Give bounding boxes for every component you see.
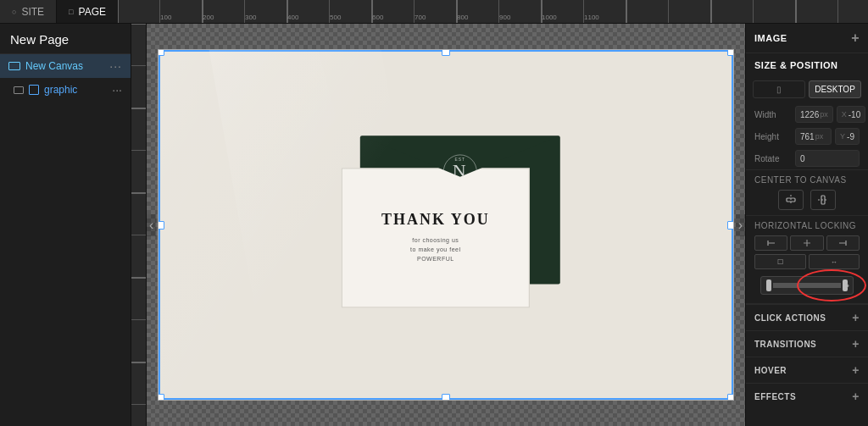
- thank-you-card: THANK YOU for choosing us to make you fe…: [342, 168, 530, 307]
- stretch-end-marker: ›: [846, 279, 853, 291]
- lock-right-button[interactable]: [826, 235, 860, 251]
- ruler-tick: 800: [457, 14, 468, 21]
- hover-section[interactable]: HOVER +: [746, 357, 868, 383]
- height-y-pair: 761 px Y -9: [795, 128, 860, 145]
- image-label: IMAGE: [754, 33, 787, 43]
- hover-expand-icon[interactable]: +: [852, 363, 860, 377]
- center-vertical-button[interactable]: [810, 190, 836, 210]
- click-actions-expand-icon[interactable]: +: [852, 311, 860, 324]
- lock-right-icon: [838, 239, 847, 247]
- center-horizontal-button[interactable]: [778, 190, 804, 210]
- size-position-section: SIZE & POSITION ▯ DESKTOP Width 1226 px: [746, 53, 868, 170]
- lock-left-button[interactable]: [754, 235, 787, 251]
- element-icon: [29, 85, 39, 95]
- size-position-label: SIZE & POSITION: [754, 60, 838, 70]
- hover-label: HOVER: [754, 366, 787, 375]
- height-unit: px: [815, 132, 824, 141]
- canvas-arrow-right[interactable]: ›: [736, 214, 745, 236]
- locking-grid-row2: ☐ ↔: [754, 254, 860, 269]
- locking-grid-row1: [754, 235, 860, 251]
- width-value: 1226: [800, 110, 819, 119]
- page-doc-icon: □: [69, 8, 73, 16]
- transitions-label: TRANSITIONS: [754, 340, 816, 349]
- center-canvas-section: CENTER TO CANVAS: [746, 170, 868, 216]
- x-input[interactable]: X -10: [837, 106, 865, 123]
- center-icons: [754, 190, 860, 210]
- rotate-label: Rotate: [754, 154, 790, 163]
- lock-left-icon: [767, 239, 776, 247]
- transitions-section[interactable]: TRANSITIONS +: [746, 330, 868, 357]
- canvas-arrow-left[interactable]: ‹: [147, 214, 156, 236]
- handle-bottom-right[interactable]: [727, 394, 734, 401]
- mobile-tab[interactable]: ▯: [753, 80, 805, 98]
- stretch-left-handle[interactable]: [766, 279, 771, 291]
- handle-middle-right[interactable]: [727, 221, 734, 230]
- ruler-tick: 1100: [584, 14, 599, 21]
- page-tab[interactable]: □ PAGE: [57, 0, 118, 23]
- sidebar-item-new-canvas[interactable]: New Canvas ···: [0, 54, 131, 78]
- handle-middle-left[interactable]: [158, 221, 164, 230]
- ruler-tick: 400: [287, 14, 298, 21]
- ruler-tick: 1000: [542, 14, 557, 21]
- canvas-icon: [8, 62, 20, 70]
- handle-top-left[interactable]: [158, 49, 164, 56]
- stretch-track: [773, 283, 841, 288]
- left-sidebar: New Page New Canvas ··· graphic ···: [0, 24, 131, 426]
- image-section: IMAGE +: [746, 24, 868, 53]
- horizontal-locking-label: HORIZONTAL LOCKING: [754, 221, 860, 230]
- handle-top-right[interactable]: [727, 49, 734, 56]
- sidebar-item-graphic[interactable]: graphic ···: [0, 78, 131, 102]
- effects-section[interactable]: EFFECTS +: [746, 383, 868, 409]
- handle-bottom-middle[interactable]: [442, 394, 450, 401]
- vertical-ruler-ticks: [131, 24, 146, 426]
- site-tab[interactable]: ○ SITE: [0, 0, 57, 23]
- stretch-bar[interactable]: ›: [760, 276, 854, 295]
- canvas-layer-label: New Canvas: [25, 60, 83, 72]
- lock-other-button[interactable]: ↔: [809, 254, 860, 269]
- click-actions-section[interactable]: CLICK ACTIONS +: [746, 304, 868, 330]
- center-canvas-label: CENTER TO CANVAS: [754, 175, 860, 185]
- transitions-expand-icon[interactable]: +: [852, 337, 860, 351]
- thank-you-subtitle: for choosing us to make you feel POWERFU…: [410, 235, 460, 264]
- graphic-more-button[interactable]: ···: [112, 83, 122, 97]
- stretch-bar-inner: ›: [765, 283, 849, 288]
- lock-stretch-button[interactable]: ☐: [754, 254, 806, 269]
- main-content: New Page New Canvas ··· graphic ···: [0, 24, 868, 426]
- globe-icon: ○: [12, 8, 16, 16]
- width-input[interactable]: 1226 px: [795, 106, 833, 123]
- lock-center-button[interactable]: [790, 235, 823, 251]
- y-input[interactable]: Y -9: [835, 128, 860, 145]
- handle-top-middle[interactable]: [442, 49, 450, 56]
- page-label: PAGE: [79, 6, 106, 18]
- site-label: SITE: [21, 6, 44, 18]
- height-input[interactable]: 761 px: [795, 128, 832, 145]
- rotate-input[interactable]: 0: [795, 150, 860, 167]
- ruler-tick: 200: [203, 14, 214, 21]
- width-x-row: Width 1226 px X -10: [746, 103, 868, 125]
- image-plus-button[interactable]: +: [851, 30, 860, 46]
- height-y-row: Height 761 px Y -9: [746, 125, 868, 147]
- canvas-more-button[interactable]: ···: [109, 59, 122, 73]
- effects-expand-icon[interactable]: +: [852, 390, 860, 403]
- ruler-tick: 500: [330, 14, 341, 21]
- rotate-row: Rotate 0: [746, 147, 868, 169]
- desktop-tab[interactable]: DESKTOP: [809, 80, 861, 98]
- handle-bottom-left[interactable]: [158, 394, 164, 401]
- click-actions-label: CLICK ACTIONS: [754, 313, 826, 323]
- vertical-ruler: [131, 24, 147, 426]
- width-unit: px: [820, 110, 828, 119]
- lock-center-icon: [803, 239, 811, 247]
- effects-label: EFFECTS: [754, 392, 796, 401]
- image-header: IMAGE +: [746, 24, 868, 53]
- ruler-tick: 600: [372, 14, 383, 21]
- canvas-area[interactable]: EST N 2021 THANK YOU for choosing us to …: [147, 24, 745, 426]
- rotate-value: 0: [800, 154, 805, 163]
- size-position-header: SIZE & POSITION: [746, 53, 868, 77]
- ruler-tick: 700: [415, 14, 426, 21]
- graphic-layer-label: graphic: [44, 84, 77, 96]
- page-canvas[interactable]: EST N 2021 THANK YOU for choosing us to …: [158, 49, 734, 401]
- page-title: New Page: [0, 24, 131, 54]
- ruler-tick: 100: [160, 14, 171, 21]
- width-label: Width: [754, 110, 790, 119]
- top-ruler: 100 200 300 400 500 600 700 800 900 1000…: [118, 0, 868, 23]
